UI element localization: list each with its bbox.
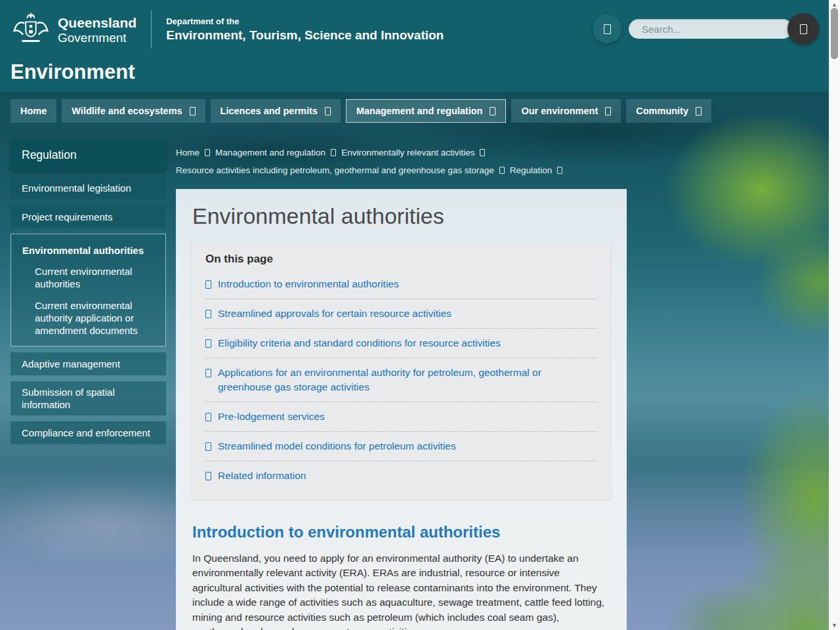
account-button[interactable] [593, 14, 621, 43]
on-this-page-item: Related information [205, 461, 597, 490]
breadcrumb: HomeManagement and regulationEnvironment… [176, 144, 635, 179]
department-line2: Environment, Tourism, Science and Innova… [166, 28, 444, 43]
main-nav: Home Wildlife and ecosystems Licences an… [10, 99, 711, 123]
sidebar-item-adaptive-management[interactable]: Adaptive management [10, 352, 166, 375]
breadcrumb-link-resource-activities[interactable]: Resource activities including petroleum,… [176, 165, 494, 175]
breadcrumb-link-environmentally-relevant-activities[interactable]: Environmentally relevant activities [341, 148, 474, 158]
link-bullet-icon [205, 339, 211, 348]
tab-licences-and-permits[interactable]: Licences and permits [211, 99, 341, 123]
search-input[interactable] [629, 19, 793, 39]
search-icon [800, 24, 807, 34]
anchor-link-pre-lodgement-services[interactable]: Pre-lodgement services [218, 410, 325, 424]
on-this-page-item: Streamlined model conditions for petrole… [205, 432, 597, 461]
anchor-link-applications-petroleum[interactable]: Applications for an environmental author… [218, 366, 597, 394]
anchor-link-introduction[interactable]: Introduction to environmental authoritie… [218, 277, 399, 291]
on-this-page-item: Pre-lodgement services [205, 402, 597, 432]
vertical-scrollbar[interactable]: ▲ ▼ [829, 0, 840, 630]
on-this-page-item: Eligibility criteria and standard condit… [205, 329, 597, 358]
tab-home[interactable]: Home [10, 99, 56, 123]
breadcrumb-separator-icon [480, 149, 485, 156]
breadcrumb-separator-icon [331, 149, 336, 156]
anchor-link-streamlined-approvals[interactable]: Streamlined approvals for certain resour… [218, 306, 452, 321]
tab-label: Community [636, 106, 688, 116]
tab-management-and-regulation[interactable]: Management and regulation [346, 99, 507, 123]
anchor-link-eligibility-criteria[interactable]: Eligibility criteria and standard condit… [218, 336, 501, 350]
on-this-page-item: Streamlined approvals for certain resour… [205, 299, 597, 329]
link-bullet-icon [205, 472, 211, 480]
tab-label: Licences and permits [220, 106, 318, 116]
chevron-down-icon [190, 107, 196, 116]
person-icon [604, 24, 611, 34]
link-bullet-icon [205, 413, 211, 421]
tab-label: Home [20, 106, 47, 116]
tab-label: Wildlife and ecosystems [72, 106, 182, 116]
sidebar-item-environmental-legislation[interactable]: Environmental legislation [10, 177, 166, 200]
sidebar-title-regulation[interactable]: Regulation [10, 139, 166, 171]
sidebar-item-current-environmental-authorities[interactable]: Current environmental authorities [11, 256, 165, 290]
sidebar-item-current-ea-application-documents[interactable]: Current environmental authority applicat… [11, 290, 165, 337]
on-this-page-item: Applications for an environmental author… [205, 358, 597, 402]
section-sidebar: Regulation Environmental legislation Pro… [10, 139, 166, 444]
intro-paragraph: In Queensland, you need to apply for an … [192, 551, 610, 630]
page: Queensland Government Department of the … [0, 0, 840, 630]
header-divider [151, 10, 152, 49]
link-bullet-icon [205, 280, 211, 289]
breadcrumb-link-regulation[interactable]: Regulation [510, 165, 553, 175]
queensland-government-logo[interactable]: Queensland Government Department of the … [10, 9, 444, 50]
search-bar [629, 19, 819, 39]
breadcrumb-separator-icon [557, 167, 562, 174]
breadcrumb-link-home[interactable]: Home [176, 148, 200, 158]
chevron-down-icon [696, 107, 702, 116]
chevron-down-icon [490, 107, 495, 116]
logo-text: Queensland Government [58, 16, 136, 44]
department-line1: Department of the [166, 16, 444, 26]
chevron-down-icon [605, 107, 611, 116]
tab-community[interactable]: Community [626, 99, 711, 123]
on-this-page-title: On this page [205, 253, 597, 266]
logo-line1: Queensland [58, 16, 136, 30]
main-content-panel: Environmental authorities On this page I… [176, 189, 627, 630]
breadcrumb-separator-icon [499, 167, 505, 174]
department-name: Department of the Environment, Tourism, … [166, 16, 444, 43]
tab-label: Management and regulation [356, 106, 483, 116]
chevron-down-icon [325, 107, 331, 116]
anchor-link-streamlined-model-conditions[interactable]: Streamlined model conditions for petrole… [218, 439, 456, 453]
tab-wildlife-and-ecosystems[interactable]: Wildlife and ecosystems [62, 99, 205, 123]
on-this-page-box: On this page Introduction to environment… [192, 242, 610, 499]
logo-line2: Government [58, 32, 136, 44]
breadcrumb-link-management-and-regulation[interactable]: Management and regulation [215, 148, 326, 158]
intro-section-heading: Introduction to environmental authoritie… [192, 523, 610, 541]
sidebar-item-project-requirements[interactable]: Project requirements [10, 205, 166, 228]
site-title[interactable]: Environment [10, 60, 135, 84]
sidebar-group-environmental-authorities: Environmental authorities Current enviro… [10, 234, 166, 346]
sidebar-item-compliance-and-enforcement[interactable]: Compliance and enforcement [10, 421, 166, 444]
sidebar-item-environmental-authorities[interactable]: Environmental authorities [11, 245, 165, 256]
tab-label: Our environment [521, 106, 598, 116]
page-title: Environmental authorities [192, 203, 610, 229]
on-this-page-item: Introduction to environmental authoritie… [205, 270, 597, 299]
coat-of-arms-icon [10, 9, 51, 50]
scrollbar-thumb[interactable] [831, 8, 838, 59]
sidebar-item-submission-of-spatial-information[interactable]: Submission of spatial information [10, 381, 166, 415]
tab-our-environment[interactable]: Our environment [511, 99, 621, 123]
link-bullet-icon [205, 310, 211, 318]
site-header: Queensland Government Department of the … [0, 0, 829, 92]
search-button[interactable] [788, 13, 819, 45]
link-bullet-icon [205, 369, 211, 377]
breadcrumb-separator-icon [205, 149, 210, 156]
scroll-down-button[interactable]: ▼ [829, 621, 840, 630]
link-bullet-icon [205, 442, 211, 451]
anchor-link-related-information[interactable]: Related information [218, 469, 306, 483]
